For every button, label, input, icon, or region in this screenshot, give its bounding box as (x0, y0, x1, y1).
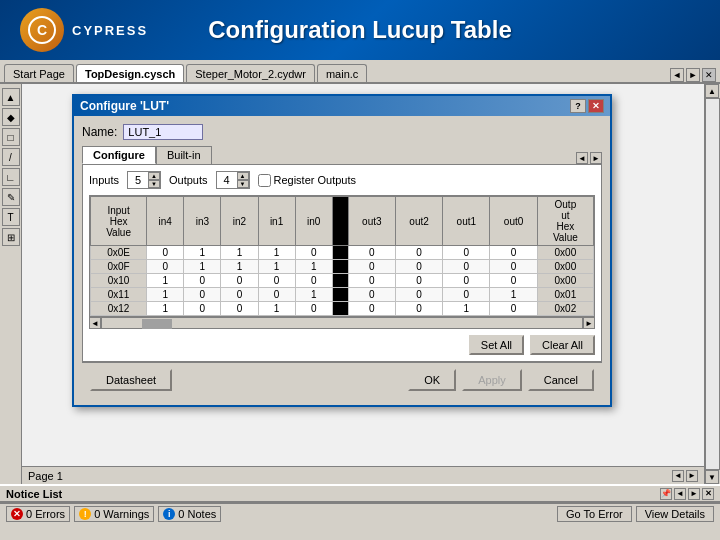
td-output-1[interactable]: 0 (395, 260, 442, 274)
register-outputs-label[interactable]: Register Outputs (258, 174, 357, 187)
inputs-spin-up[interactable]: ▲ (148, 172, 160, 180)
td-input-3: 1 (258, 260, 295, 274)
td-input-0: 0 (147, 246, 184, 260)
td-output-3[interactable]: 0 (490, 302, 537, 316)
tab-next-btn[interactable]: ► (686, 68, 700, 82)
outputs-spin-down[interactable]: ▼ (237, 180, 249, 188)
clear-all-button[interactable]: Clear All (530, 335, 595, 355)
td-input-2: 0 (221, 274, 258, 288)
td-output-2[interactable]: 0 (443, 246, 490, 260)
notice-nav: 📌 ◄ ► ✕ (660, 488, 714, 500)
outputs-spin-up[interactable]: ▲ (237, 172, 249, 180)
inputs-spin-down[interactable]: ▼ (148, 180, 160, 188)
toolbar-text-btn[interactable]: T (2, 208, 20, 226)
toolbar-rect-btn[interactable]: □ (2, 128, 20, 146)
page-nav: ◄ ► (672, 470, 698, 482)
vscroll-up[interactable]: ▲ (705, 84, 719, 98)
notice-nav-pin[interactable]: 📌 (660, 488, 672, 500)
th-output-hex: OutputHexValue (537, 197, 593, 246)
name-input[interactable] (123, 124, 203, 140)
tab-steper-motor[interactable]: Steper_Motor_2.cydwr (186, 64, 315, 82)
error-icon: ✕ (11, 508, 23, 520)
page-nav-prev[interactable]: ◄ (672, 470, 684, 482)
vscroll-down[interactable]: ▼ (705, 470, 719, 484)
th-in2: in2 (221, 197, 258, 246)
toolbar-grid-btn[interactable]: ⊞ (2, 228, 20, 246)
toolbar-select-btn[interactable]: ▲ (2, 88, 20, 106)
page-indicator: Page 1 ◄ ► (22, 466, 704, 484)
toolbar-pen-btn[interactable]: ✎ (2, 188, 20, 206)
td-output-3[interactable]: 1 (490, 288, 537, 302)
td-output-3[interactable]: 0 (490, 246, 537, 260)
config-tab-builtin[interactable]: Built-in (156, 146, 212, 164)
cancel-button[interactable]: Cancel (528, 369, 594, 391)
td-output-1[interactable]: 0 (395, 288, 442, 302)
hscrollbar[interactable] (101, 317, 583, 329)
hscroll-right[interactable]: ► (583, 317, 595, 329)
td-output-0[interactable]: 0 (348, 246, 395, 260)
td-output-2[interactable]: 0 (443, 260, 490, 274)
datasheet-button[interactable]: Datasheet (90, 369, 172, 391)
vscroll-track[interactable] (705, 98, 720, 470)
toolbar-angle-btn[interactable]: ∟ (2, 168, 20, 186)
inputs-spin[interactable]: ▲ ▼ (127, 171, 161, 189)
td-output-0[interactable]: 0 (348, 302, 395, 316)
notice-nav-prev[interactable]: ◄ (674, 488, 686, 500)
td-output-0[interactable]: 0 (348, 288, 395, 302)
set-all-button[interactable]: Set All (469, 335, 524, 355)
hscroll-thumb[interactable] (142, 319, 172, 329)
th-input-hex: InputHexValue (91, 197, 147, 246)
td-input-3: 0 (258, 274, 295, 288)
hscrollbar-row: ◄ ► (89, 317, 595, 329)
notice-nav-next[interactable]: ► (688, 488, 700, 500)
td-output-2[interactable]: 0 (443, 288, 490, 302)
tab-main-c[interactable]: main.c (317, 64, 367, 82)
right-scrollbar[interactable]: ▲ ▼ (704, 84, 720, 484)
outputs-spin[interactable]: ▲ ▼ (216, 171, 250, 189)
go-to-error-button[interactable]: Go To Error (557, 506, 632, 522)
design-area: Configure 'LUT' ? ✕ Name: Configure Buil… (22, 84, 704, 484)
config-tab-configure[interactable]: Configure (82, 146, 156, 164)
notice-nav-close[interactable]: ✕ (702, 488, 714, 500)
td-output-2[interactable]: 1 (443, 302, 490, 316)
tab-bar: Start Page TopDesign.cysch Steper_Motor_… (0, 60, 720, 84)
td-hex-in: 0x0E (91, 246, 147, 260)
inputs-value[interactable] (128, 174, 148, 186)
notice-list-title: Notice List (6, 488, 62, 500)
page-nav-next[interactable]: ► (686, 470, 698, 482)
tab-prev-btn[interactable]: ◄ (670, 68, 684, 82)
ok-button[interactable]: OK (408, 369, 456, 391)
td-output-3[interactable]: 0 (490, 260, 537, 274)
dialog-help-btn[interactable]: ? (570, 99, 586, 113)
outputs-value[interactable] (217, 174, 237, 186)
td-output-0[interactable]: 0 (348, 260, 395, 274)
td-input-4: 1 (295, 260, 332, 274)
lut-table-container[interactable]: InputHexValue in4 in3 in2 in1 in0 out3 o… (89, 195, 595, 317)
name-row: Name: (82, 124, 602, 140)
warnings-status: ! 0 Warnings (74, 506, 154, 522)
td-hex-out: 0x01 (537, 288, 593, 302)
toolbar-line-btn[interactable]: / (2, 148, 20, 166)
tab-topdesign[interactable]: TopDesign.cysch (76, 64, 184, 82)
hscroll-left[interactable]: ◄ (89, 317, 101, 329)
td-output-1[interactable]: 0 (395, 302, 442, 316)
dialog-close-btn[interactable]: ✕ (588, 99, 604, 113)
tab-start-page[interactable]: Start Page (4, 64, 74, 82)
td-output-3[interactable]: 0 (490, 274, 537, 288)
tab-close-btn[interactable]: ✕ (702, 68, 716, 82)
td-output-2[interactable]: 0 (443, 274, 490, 288)
config-nav-prev[interactable]: ◄ (576, 152, 588, 164)
td-output-0[interactable]: 0 (348, 274, 395, 288)
toolbar-diamond-btn[interactable]: ◆ (2, 108, 20, 126)
status-bar: ✕ 0 Errors ! 0 Warnings i 0 Notes Go To … (0, 502, 720, 524)
td-hex-out: 0x00 (537, 274, 593, 288)
td-output-1[interactable]: 0 (395, 246, 442, 260)
td-separator (332, 274, 348, 288)
config-nav-next[interactable]: ► (590, 152, 602, 164)
register-outputs-checkbox[interactable] (258, 174, 271, 187)
view-details-button[interactable]: View Details (636, 506, 714, 522)
td-output-1[interactable]: 0 (395, 274, 442, 288)
apply-button[interactable]: Apply (462, 369, 522, 391)
td-separator (332, 246, 348, 260)
warnings-label: 0 Warnings (94, 508, 149, 520)
